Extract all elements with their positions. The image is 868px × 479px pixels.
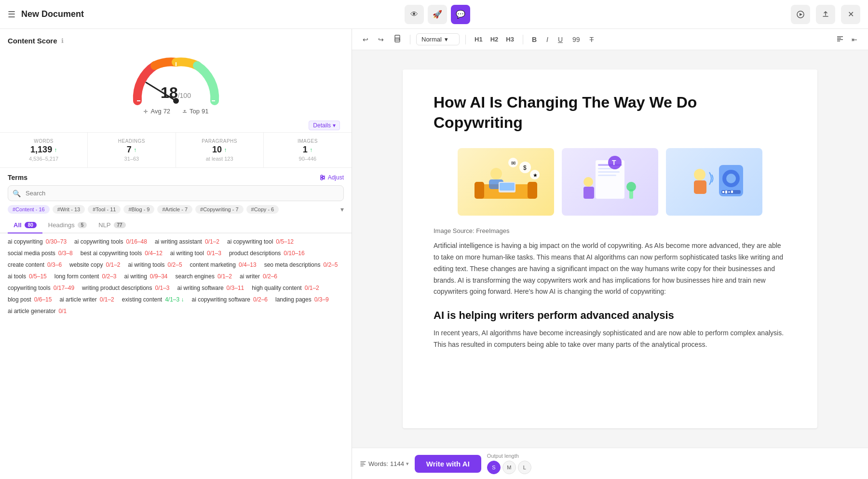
svg-point-50 [694, 169, 705, 180]
stats-row: WORDS 1,139↑ 4,536–5,217 HEADINGS 7↑ 31–… [0, 132, 352, 168]
close-icon-btn[interactable]: ✕ [841, 5, 860, 24]
tab-nlp[interactable]: NLP 77 [93, 218, 131, 233]
editor-toolbar: ↩ ↪ Normal ▾ H1 H2 H3 B I U 99 T [352, 29, 868, 50]
list-item[interactable]: existing content 4/1–3 ↓ [122, 295, 184, 304]
bold-button[interactable]: B [529, 34, 540, 45]
list-item[interactable]: ai writer 0/2–6 [240, 272, 277, 281]
menu-icon[interactable]: ☰ [8, 9, 15, 20]
svg-marker-1 [800, 13, 802, 16]
underline-button[interactable]: U [555, 34, 566, 45]
tag-copy[interactable]: #Copy - 6 [246, 205, 279, 214]
list-item[interactable]: landing pages 0/3–9 [275, 295, 329, 304]
size-s-button[interactable]: S [487, 461, 501, 474]
words-dropdown-icon[interactable]: ▾ [406, 461, 409, 467]
svg-text:$: $ [523, 164, 527, 171]
terms-search[interactable]: 🔍 [8, 185, 344, 201]
avg-label: Avg 72 [143, 108, 170, 115]
list-item[interactable]: ai article writer 0/1–2 [59, 295, 114, 304]
words-count: Words: 1144 ▾ [360, 460, 409, 467]
list-item[interactable]: create content 0/3–6 [8, 260, 62, 269]
tag-copywriting[interactable]: #Copywriting - 7 [195, 205, 243, 214]
svg-text:T: T [612, 159, 616, 166]
terms-list: ai copywriting 0/30–73 ai copywriting to… [0, 233, 352, 479]
list-item[interactable]: product descriptions 0/10–16 [229, 249, 305, 258]
illustration-3 [666, 148, 762, 216]
search-input[interactable] [8, 185, 344, 201]
list-item[interactable]: seo meta descriptions 0/2–5 [264, 260, 338, 269]
tag-writ[interactable]: #Writ - 13 [53, 205, 85, 214]
list-item[interactable]: ai writing tools 0/2–5 [128, 260, 182, 269]
list-item[interactable]: ai writing 0/9–34 [124, 272, 167, 281]
document-content[interactable]: How AI Is Changing The Way We Do Copywri… [403, 69, 817, 428]
collapse-button[interactable]: ⇤ [849, 34, 860, 45]
format-select[interactable]: Normal ▾ [416, 33, 460, 45]
h1-button[interactable]: H1 [472, 34, 486, 45]
svg-rect-27 [475, 182, 484, 199]
list-item[interactable]: high quality content 0/1–2 [252, 284, 319, 292]
list-item[interactable]: copywriting tools 0/17–49 [8, 284, 74, 292]
words-count-value: 1144 [390, 460, 404, 467]
h2-button[interactable]: H2 [488, 34, 502, 45]
score-gauge: 18/100 [128, 53, 224, 106]
editor-area[interactable]: How AI Is Changing The Way We Do Copywri… [352, 50, 868, 448]
list-item[interactable]: best ai copywriting tools 0/4–12 [81, 249, 163, 258]
output-length-label: Output length [487, 453, 531, 459]
list-item[interactable]: ai copywriting software 0/2–6 [192, 295, 268, 304]
svg-rect-58 [728, 192, 730, 192]
svg-point-54 [726, 174, 736, 183]
list-item[interactable]: search engines 0/1–2 [176, 272, 232, 281]
redo-button[interactable]: ↪ [375, 34, 387, 45]
size-m-button[interactable]: M [502, 461, 516, 474]
top-label: Top 91 [182, 108, 208, 115]
rocket-icon-btn[interactable]: 🚀 [428, 5, 447, 24]
list-item[interactable]: ai copywriting 0/30–73 [8, 237, 67, 246]
words-stat: WORDS 1,139↑ 4,536–5,217 [0, 133, 88, 167]
list-item[interactable]: ai tools 0/5–15 [8, 272, 47, 281]
subheading-1: AI is helping writers perform advanced a… [434, 309, 787, 322]
quote-button[interactable]: 99 [570, 34, 583, 45]
list-item[interactable]: ai copywriting tool 0/5–12 [227, 237, 294, 246]
tab-all[interactable]: All 80 [8, 218, 42, 233]
svg-rect-56 [722, 191, 724, 193]
tag-blog[interactable]: #Blog - 9 [123, 205, 154, 214]
tag-article[interactable]: #Article - 7 [157, 205, 192, 214]
chat-icon-btn[interactable]: 💬 [451, 5, 470, 24]
list-item[interactable]: ai writing tool 0/1–3 [170, 249, 221, 258]
svg-text:✉: ✉ [511, 160, 515, 166]
h3-button[interactable]: H3 [503, 34, 517, 45]
list-item[interactable]: ai copywriting tools 0/16–48 [74, 237, 147, 246]
list-item[interactable]: ai article generator 0/1 [8, 307, 67, 315]
undo-button[interactable]: ↩ [360, 34, 371, 45]
italic-button[interactable]: I [543, 34, 551, 45]
eye-icon-btn[interactable]: 👁 [405, 5, 424, 24]
info-icon[interactable]: ℹ [61, 37, 64, 44]
list-item[interactable]: website copy 0/1–2 [69, 260, 120, 269]
upload-icon-btn[interactable] [816, 5, 835, 24]
tag-content[interactable]: #Content - 16 [8, 205, 50, 214]
list-item[interactable]: social media posts 0/3–8 [8, 249, 73, 258]
list-item[interactable]: content marketing 0/4–13 [190, 260, 257, 269]
svg-rect-51 [694, 180, 706, 194]
list-item[interactable]: writing product descriptions 0/1–3 [82, 284, 169, 292]
play-icon-btn[interactable] [791, 5, 810, 24]
score-denom: /100 [178, 92, 191, 99]
list-item[interactable]: ai writing assistant 0/1–2 [155, 237, 219, 246]
write-with-ai-button[interactable]: Write with AI [415, 455, 481, 473]
print-button[interactable] [391, 33, 404, 46]
list-item[interactable]: ai writing software 0/3–11 [177, 284, 244, 292]
align-left-button[interactable] [833, 33, 847, 46]
tab-headings[interactable]: Headings 5 [42, 218, 93, 233]
body-text-2: In recent years, AI algorithms have beco… [434, 328, 787, 351]
list-item[interactable]: long form content 0/2–3 [54, 272, 117, 281]
tag-tool[interactable]: #Tool - 11 [88, 205, 121, 214]
adjust-button[interactable]: Adjust [319, 174, 344, 181]
document-title: New Document [21, 9, 84, 19]
search-icon: 🔍 [13, 190, 21, 197]
strikethrough-button[interactable]: T [587, 34, 597, 45]
size-buttons: S M L [487, 461, 531, 474]
list-item[interactable]: blog post 0/6–15 [8, 295, 52, 304]
tags-expand-button[interactable]: ▾ [340, 205, 344, 213]
details-button[interactable]: Details ▾ [309, 121, 340, 130]
size-l-button[interactable]: L [518, 461, 531, 474]
words-label: Words: [368, 460, 388, 467]
